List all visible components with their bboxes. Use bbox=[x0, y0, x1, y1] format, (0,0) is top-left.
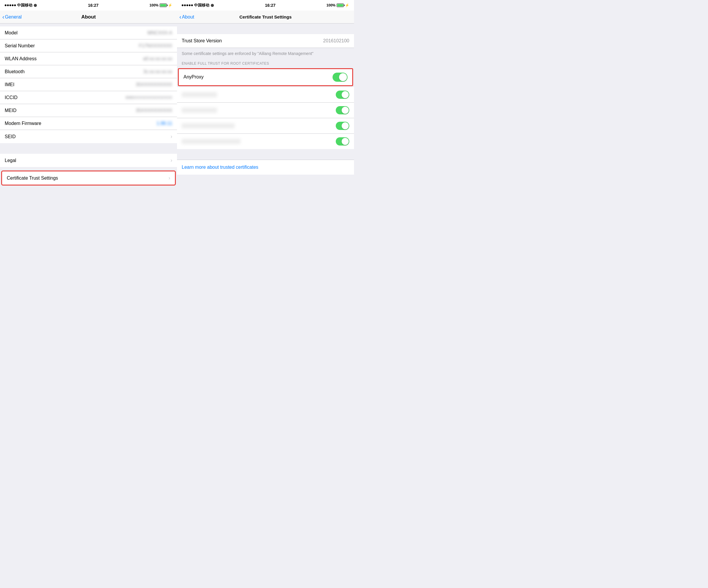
wlan-cell: WLAN Address a0:xx:xx:xx:xx bbox=[0, 52, 177, 65]
cert-4-cell[interactable] bbox=[177, 134, 354, 149]
imei-cell: IMEI 35XXXXXXXXXX bbox=[0, 78, 177, 91]
right-signal-dots bbox=[182, 4, 193, 6]
cert-2-cell[interactable] bbox=[177, 102, 354, 118]
legal-label: Legal bbox=[5, 158, 16, 163]
left-content: Model MNCXXX-A Serial Number F17NXXXXXXX… bbox=[0, 24, 177, 294]
info-box: Some certificate settings are enforced b… bbox=[177, 48, 354, 60]
bluetooth-value: 3c:xx:xx:xx:xx bbox=[143, 69, 172, 75]
wifi-icon: ⊛ bbox=[33, 3, 37, 8]
right-back-label: About bbox=[182, 14, 194, 20]
gap-2 bbox=[0, 167, 177, 169]
cert-1-label bbox=[182, 92, 217, 97]
modem-label: Modem Firmware bbox=[5, 121, 41, 126]
modem-value: 1.99.11 bbox=[157, 121, 172, 126]
cert-bottom-gap bbox=[177, 149, 354, 159]
wlan-label: WLAN Address bbox=[5, 56, 36, 61]
certificate-trust-settings-cell[interactable]: Certificate Trust Settings › bbox=[1, 171, 176, 185]
bluetooth-label: Bluetooth bbox=[5, 69, 25, 75]
battery-icon-left bbox=[160, 3, 167, 7]
imei-label: IMEI bbox=[5, 82, 14, 87]
model-cell: Model MNCXXX-A bbox=[0, 26, 177, 39]
right-nav-bar: ‹ About Certificate Trust Settings bbox=[177, 10, 354, 24]
right-wifi-icon: ⊛ bbox=[210, 3, 214, 8]
iccid-value: 8986XXXXXXXXXXXXXXX bbox=[125, 95, 172, 100]
seid-chevron: › bbox=[171, 134, 172, 140]
cert-2-label bbox=[182, 108, 217, 113]
right-status-bar: 中国移动 ⊛ 16:27 100% ⚡ bbox=[177, 0, 354, 10]
left-phone-screen: 中国移动 ⊛ 16:27 100% ⚡ ‹ General About Mode… bbox=[0, 0, 177, 294]
learn-more-link[interactable]: Learn more about trusted certificates bbox=[182, 165, 259, 170]
anyproxy-toggle[interactable] bbox=[332, 72, 348, 82]
cert-trust-wrapper: Certificate Trust Settings › bbox=[0, 169, 177, 187]
left-status-right: 100% ⚡ bbox=[149, 3, 172, 7]
trust-store-label: Trust Store Version bbox=[182, 38, 222, 43]
left-status-bar: 中国移动 ⊛ 16:27 100% ⚡ bbox=[0, 0, 177, 10]
legal-chevron: › bbox=[171, 157, 172, 164]
left-back-button[interactable]: ‹ General bbox=[2, 13, 22, 20]
enable-full-trust-label: ENABLE FULL TRUST FOR ROOT CERTIFICATES bbox=[177, 60, 354, 67]
right-time: 16:27 bbox=[265, 3, 275, 8]
meid-cell: MEID 35XXXXXXXXXX bbox=[0, 104, 177, 117]
right-battery-icon bbox=[337, 3, 344, 7]
right-nav-title: Certificate Trust Settings bbox=[239, 14, 292, 20]
right-battery-percent: 100% bbox=[326, 3, 335, 7]
serial-value: F17NXXXXXXX bbox=[139, 43, 172, 49]
bolt-icon: ⚡ bbox=[168, 3, 172, 7]
cert-1-cell[interactable] bbox=[177, 87, 354, 102]
battery-percent-left: 100% bbox=[149, 3, 158, 7]
right-back-chevron: ‹ bbox=[179, 13, 181, 20]
model-label: Model bbox=[5, 30, 18, 36]
cert-2-toggle[interactable] bbox=[336, 106, 349, 114]
certificate-trust-label: Certificate Trust Settings bbox=[7, 176, 58, 181]
learn-more-section: Learn more about trusted certificates bbox=[177, 159, 354, 175]
right-phone-screen: 中国移动 ⊛ 16:27 100% ⚡ ‹ About Certificate … bbox=[177, 0, 354, 294]
left-group-2: Legal › bbox=[0, 154, 177, 167]
iccid-label: ICCID bbox=[5, 95, 18, 100]
anyproxy-wrapper: AnyProxy bbox=[177, 67, 354, 87]
carrier-label: 中国移动 bbox=[17, 3, 32, 8]
legal-cell[interactable]: Legal › bbox=[0, 154, 177, 167]
trust-store-value: 2016102100 bbox=[323, 38, 349, 43]
right-bolt-icon: ⚡ bbox=[345, 3, 349, 7]
trust-store-row: Trust Store Version 2016102100 bbox=[177, 34, 354, 48]
left-back-label: General bbox=[5, 14, 22, 20]
meid-label: MEID bbox=[5, 108, 17, 113]
right-status-right: 100% ⚡ bbox=[326, 3, 349, 7]
imei-value: 35XXXXXXXXXX bbox=[136, 82, 172, 87]
anyproxy-cell[interactable]: AnyProxy bbox=[178, 68, 353, 86]
wlan-value: a0:xx:xx:xx:xx bbox=[143, 56, 172, 61]
right-status-left: 中国移动 ⊛ bbox=[182, 3, 214, 8]
meid-value: 35XXXXXXXXXX bbox=[136, 108, 172, 113]
bottom-gap bbox=[0, 187, 177, 197]
modem-cell: Modem Firmware 1.99.11 bbox=[0, 117, 177, 130]
left-group-1: Model MNCXXX-A Serial Number F17NXXXXXXX… bbox=[0, 26, 177, 143]
cert-4-label bbox=[182, 139, 240, 144]
gap-1 bbox=[0, 143, 177, 154]
cert-3-label bbox=[182, 123, 235, 128]
cert-1-toggle[interactable] bbox=[336, 91, 349, 99]
seid-cell[interactable]: SEID › bbox=[0, 130, 177, 143]
cert-3-toggle[interactable] bbox=[336, 122, 349, 130]
left-back-chevron: ‹ bbox=[2, 13, 4, 20]
seid-label: SEID bbox=[5, 134, 16, 139]
left-status-left: 中国移动 ⊛ bbox=[5, 3, 37, 8]
cert-3-cell[interactable] bbox=[177, 118, 354, 134]
signal-dots bbox=[5, 4, 16, 6]
right-content: Trust Store Version 2016102100 Some cert… bbox=[177, 24, 354, 294]
left-nav-title: About bbox=[81, 14, 95, 20]
right-back-button[interactable]: ‹ About bbox=[179, 13, 194, 20]
bluetooth-cell: Bluetooth 3c:xx:xx:xx:xx bbox=[0, 65, 177, 78]
iccid-cell: ICCID 8986XXXXXXXXXXXXXXX bbox=[0, 91, 177, 104]
other-certs-group bbox=[177, 87, 354, 149]
left-nav-bar: ‹ General About bbox=[0, 10, 177, 24]
cert-4-toggle[interactable] bbox=[336, 137, 349, 146]
left-time: 16:27 bbox=[88, 3, 98, 8]
anyproxy-label: AnyProxy bbox=[183, 75, 203, 80]
certificate-trust-chevron: › bbox=[169, 175, 170, 181]
model-value: MNCXXX-A bbox=[148, 30, 172, 36]
right-carrier-label: 中国移动 bbox=[194, 3, 209, 8]
serial-label: Serial Number bbox=[5, 43, 35, 49]
serial-cell: Serial Number F17NXXXXXXX bbox=[0, 39, 177, 52]
